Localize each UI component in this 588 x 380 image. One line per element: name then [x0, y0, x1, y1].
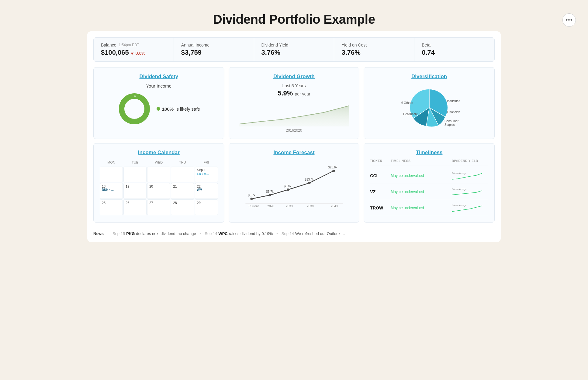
calendar-week-3: 25 26 27 28 29 — [100, 199, 218, 215]
svg-point-17 — [287, 188, 289, 191]
svg-point-15 — [250, 198, 253, 200]
stat-yield-on-cost: Yield on Cost 3.76% — [334, 38, 414, 61]
svg-text:$20.6k: $20.6k — [328, 166, 337, 169]
svg-text:2043: 2043 — [331, 205, 338, 208]
news-bar: News Sep 15 PKG declares next dividend, … — [93, 227, 495, 236]
calendar-cell: 27 — [147, 199, 170, 215]
row-1: Dividend Safety Your Income 100% is like… — [93, 67, 495, 139]
main-container: Balance 1:54pm EDT $100,065 0.6% Annual … — [87, 31, 501, 242]
svg-text:Healthcare: Healthcare — [403, 112, 418, 116]
calendar-cell-sep15: Sep 15 ED • M... — [195, 167, 218, 182]
stat-balance-label: Balance 1:54pm EDT — [101, 43, 166, 47]
calendar-cell: 20 — [147, 183, 170, 199]
svg-text:6 Others: 6 Others — [401, 101, 413, 105]
forecast-chart: $3.7k $5.7k $8.8k $13.4k $20.6k Current … — [235, 159, 353, 208]
timeliness-title[interactable]: Timeliness — [370, 150, 488, 156]
dividend-growth-title[interactable]: Dividend Growth — [235, 74, 353, 80]
page-header: Dividend Portfolio Example ••• — [6, 6, 582, 31]
row-2: Income Calendar MON TUE WED THU FRI — [93, 143, 495, 223]
safe-text: 100% is likely safe — [157, 106, 200, 112]
safe-dot-icon — [157, 107, 160, 111]
svg-point-16 — [268, 194, 271, 196]
calendar-cell: 26 — [123, 199, 147, 215]
safety-content: Your Income 100% is likely safe — [100, 83, 218, 126]
calendar-cell: 19 — [123, 183, 147, 199]
dividend-safety-title[interactable]: Dividend Safety — [100, 74, 218, 80]
svg-marker-2 — [239, 106, 349, 126]
stat-balance-value: $100,065 0.6% — [101, 49, 166, 57]
svg-text:2033: 2033 — [286, 205, 293, 208]
calendar-cell: 28 — [171, 199, 194, 215]
stat-beta: Beta 0.74 — [414, 38, 494, 61]
svg-text:Consumer: Consumer — [444, 119, 459, 123]
stat-annual-income: Annual Income $3,759 — [174, 38, 254, 61]
growth-content: Last 5 Years 5.9% per year — [235, 83, 353, 133]
calendar-cell — [123, 167, 147, 182]
more-button[interactable]: ••• — [562, 13, 576, 27]
calendar-cell-18: 18 DUK • ... — [100, 183, 123, 199]
svg-text:5-Year Average: 5-Year Average — [452, 204, 466, 207]
cci-sparkline: 5-Year Average — [452, 171, 482, 181]
calendar-cell — [147, 167, 170, 182]
svg-text:$3.7k: $3.7k — [248, 194, 255, 197]
income-forecast-title[interactable]: Income Forecast — [235, 150, 353, 156]
svg-text:2028: 2028 — [267, 205, 274, 208]
calendar-grid: Sep 15 ED • M... 18 DUK • ... 19 — [100, 167, 218, 215]
stat-balance: Balance 1:54pm EDT $100,065 0.6% — [94, 38, 174, 61]
svg-text:$8.8k: $8.8k — [284, 185, 291, 188]
svg-text:$13.4k: $13.4k — [305, 178, 314, 181]
svg-text:5-Year Average: 5-Year Average — [452, 188, 466, 191]
calendar-cell — [100, 167, 123, 182]
diversification-content: Industrials Financials Consumer Staples … — [370, 83, 488, 132]
calendar-weekdays: MON TUE WED THU FRI — [100, 159, 218, 165]
donut-chart — [118, 92, 151, 126]
arrow-down-icon — [131, 53, 134, 55]
income-calendar-title[interactable]: Income Calendar — [100, 150, 218, 156]
calendar-content: MON TUE WED THU FRI Sep 15 — [100, 159, 218, 215]
timeliness-row-trow: TROW May be undervalued 5-Year Average — [370, 200, 488, 216]
donut-row: 100% is likely safe — [118, 92, 200, 126]
svg-point-18 — [308, 182, 310, 184]
diversification-card: Diversification — [364, 67, 495, 139]
svg-text:Financials: Financials — [447, 110, 460, 114]
calendar-cell-22: 22 WM — [195, 183, 218, 199]
growth-years: 2016 2020 — [283, 128, 305, 133]
calendar-week-1: Sep 15 ED • M... — [100, 167, 218, 182]
dividend-growth-card: Dividend Growth Last 5 Years 5.9% per ye… — [229, 67, 360, 139]
svg-text:Industrials: Industrials — [447, 99, 460, 103]
diversification-title[interactable]: Diversification — [370, 74, 488, 80]
news-items: Sep 15 PKG declares next dividend, no ch… — [112, 231, 348, 236]
svg-text:Current: Current — [248, 205, 259, 208]
svg-point-0 — [122, 96, 147, 122]
pie-chart: Industrials Financials Consumer Staples … — [399, 83, 460, 132]
growth-rate: 5.9% per year — [278, 89, 310, 97]
svg-text:Staples: Staples — [444, 123, 455, 126]
dividend-safety-card: Dividend Safety Your Income 100% is like… — [93, 67, 224, 139]
timeliness-card: Timeliness TICKER TIMELINESS DIVIDEND YI… — [364, 143, 495, 223]
growth-chart — [235, 100, 353, 127]
svg-text:$5.7k: $5.7k — [266, 190, 274, 193]
trow-sparkline: 5-Year Average — [452, 203, 482, 213]
calendar-cell: 29 — [195, 199, 218, 215]
calendar-cell: 21 — [171, 183, 194, 199]
timeliness-row-cci: CCI May be undervalued 5-Year Average — [370, 168, 488, 184]
timeliness-table: TICKER TIMELINESS DIVIDEND YIELD CCI May… — [370, 159, 488, 216]
calendar-cell: 25 — [100, 199, 123, 215]
timeliness-header: TICKER TIMELINESS DIVIDEND YIELD — [370, 159, 488, 165]
vz-sparkline: 5-Year Average — [452, 187, 482, 197]
svg-text:5-Year Average: 5-Year Average — [452, 172, 466, 174]
timeliness-row-vz: VZ May be undervalued 5-Year Average — [370, 184, 488, 200]
stat-dividend-yield: Dividend Yield 3.76% — [254, 38, 334, 61]
page-title: Dividend Portfolio Example — [6, 12, 582, 27]
calendar-week-2: 18 DUK • ... 19 20 21 22 — [100, 183, 218, 199]
stats-bar: Balance 1:54pm EDT $100,065 0.6% Annual … — [93, 37, 495, 62]
income-forecast-card: Income Forecast $3.7k $5.7k $8.8k — [229, 143, 360, 223]
svg-text:2038: 2038 — [307, 205, 314, 208]
calendar-cell — [171, 167, 194, 182]
svg-point-19 — [332, 170, 335, 172]
income-calendar-card: Income Calendar MON TUE WED THU FRI — [93, 143, 224, 223]
